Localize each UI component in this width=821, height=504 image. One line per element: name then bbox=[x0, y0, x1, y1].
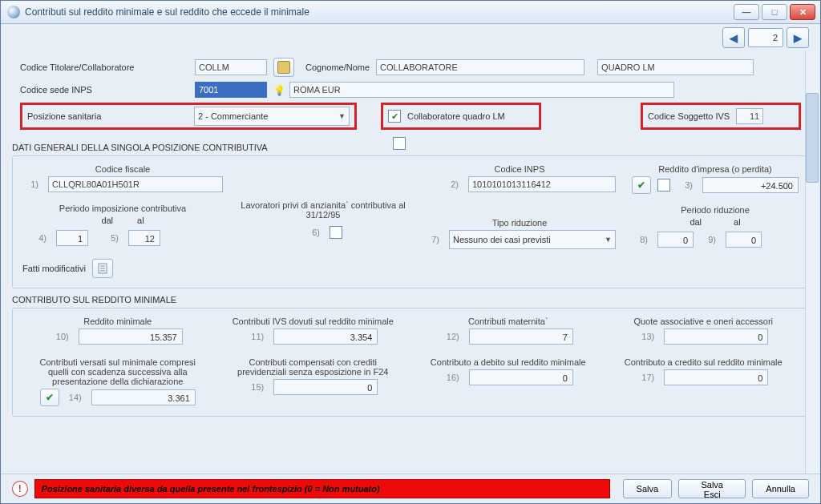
riduzione-al-value[interactable]: 0 bbox=[726, 232, 762, 248]
label-contributi-compensati: Contributi compensati con crediti previd… bbox=[233, 357, 393, 377]
reddito-flag-checkbox[interactable] bbox=[657, 179, 670, 192]
num-10: 10) bbox=[53, 332, 69, 341]
hint-icon: 💡 bbox=[273, 85, 283, 95]
value-12[interactable]: 7 bbox=[469, 329, 573, 345]
codice-fiscale-input[interactable] bbox=[48, 176, 223, 192]
collaboratore-lm-box: ✔ Collaboratore quadro LM bbox=[381, 103, 541, 130]
content-area: Codice Titolare/Collaboratore Cognome/No… bbox=[1, 51, 820, 474]
chevron-down-icon: ▼ bbox=[605, 236, 612, 244]
posizione-sanitaria-box: Posizione sanitaria 2 - Commerciante ▼ bbox=[20, 103, 357, 130]
label-periodo-riduzione: Periodo riduzione bbox=[632, 205, 799, 215]
num-5: 5) bbox=[95, 233, 119, 243]
value-17[interactable]: 0 bbox=[664, 369, 768, 385]
error-icon: ! bbox=[12, 481, 28, 497]
label-quote-associative: Quote associative e oneri accessori bbox=[633, 317, 773, 326]
label-contributo-debito: Contributo a debito sul reddito minimale bbox=[431, 357, 586, 367]
window-title: Contributi sul reddito minimale e sul re… bbox=[25, 6, 734, 18]
value-10[interactable]: 15.357 bbox=[79, 329, 183, 345]
pager-bar: ◀ 2 ▶ bbox=[1, 24, 820, 51]
quadro-input[interactable] bbox=[597, 59, 754, 75]
collaboratore-lm-checkbox[interactable]: ✔ bbox=[388, 110, 401, 123]
num-16: 16) bbox=[443, 373, 459, 382]
label-lavoratori-privi: Lavoratori privi di anzianita` contribut… bbox=[239, 200, 407, 220]
reddito-check-button[interactable]: ✔ bbox=[632, 176, 651, 194]
page-number-field[interactable]: 2 bbox=[748, 28, 783, 47]
tipo-riduzione-dropdown[interactable]: Nessuno dei casi previsti ▼ bbox=[449, 230, 616, 249]
label-tipo-riduzione: Tipo riduzione bbox=[423, 218, 616, 228]
label-contributi-maternita: Contributi maternita` bbox=[468, 317, 548, 326]
field14-check-button[interactable]: ✔ bbox=[40, 389, 59, 406]
fatti-modificativi-button[interactable] bbox=[92, 259, 113, 278]
codice-inps-input[interactable] bbox=[468, 176, 616, 192]
num-12: 12) bbox=[443, 332, 459, 341]
annulla-button[interactable]: Annulla bbox=[752, 479, 809, 498]
value-11[interactable]: 3.354 bbox=[273, 329, 378, 345]
num-11: 11) bbox=[248, 332, 264, 341]
error-message: Posizione sanitaria diversa da quella pr… bbox=[34, 479, 610, 498]
lookup-titolare-button[interactable] bbox=[273, 58, 294, 77]
label-reddito-impresa: Reddito d'impresa (o perdita) bbox=[632, 164, 799, 174]
value-13[interactable]: 0 bbox=[664, 329, 768, 345]
num-13: 13) bbox=[638, 332, 654, 341]
label-contributo-credito: Contributo a credito sul reddito minimal… bbox=[625, 357, 783, 367]
num-14: 14) bbox=[66, 393, 82, 402]
chevron-down-icon: ▼ bbox=[338, 112, 346, 120]
pos-sanitaria-dropdown[interactable]: 2 - Commerciante ▼ bbox=[194, 107, 350, 126]
label-contributi-versati: Contributi versati sul minimale compresi… bbox=[38, 357, 198, 386]
periodo-dal-value[interactable]: 1 bbox=[56, 230, 88, 246]
next-page-button[interactable]: ▶ bbox=[787, 27, 809, 48]
num-1: 1) bbox=[22, 179, 38, 189]
codice-inps-flag-checkbox[interactable] bbox=[393, 137, 406, 150]
label-al: al bbox=[137, 216, 144, 225]
section-title-minimale: CONTRIBUTO SUL REDDITO MINIMALE bbox=[12, 295, 809, 304]
value-14[interactable]: 3.361 bbox=[91, 389, 196, 405]
num-2: 2) bbox=[443, 179, 459, 189]
app-icon bbox=[7, 6, 20, 18]
label-contributi-ivs: Contributi IVS dovuti sul reddito minima… bbox=[233, 317, 394, 326]
num-8: 8) bbox=[632, 235, 648, 244]
riduzione-dal-value[interactable]: 0 bbox=[657, 232, 694, 248]
num-17: 17) bbox=[638, 373, 654, 382]
salva-esci-button[interactable]: Salva Esci bbox=[678, 479, 746, 498]
num-3: 3) bbox=[677, 180, 693, 190]
label-pos-sanitaria: Posizione sanitaria bbox=[27, 111, 188, 121]
codice-titolare-input[interactable] bbox=[195, 59, 267, 75]
maximize-button[interactable]: □ bbox=[762, 4, 787, 20]
value-15[interactable]: 0 bbox=[273, 379, 378, 395]
label-collaboratore-lm: Collaboratore quadro LM bbox=[407, 111, 505, 121]
group-dati-generali: Codice fiscale 1) Codice INPS 2) bbox=[12, 155, 809, 288]
codice-ivs-input[interactable] bbox=[736, 108, 763, 124]
num-4: 4) bbox=[22, 233, 47, 243]
label-codice-titolare: Codice Titolare/Collaboratore bbox=[20, 62, 188, 72]
reddito-value[interactable]: +24.500 bbox=[702, 177, 799, 193]
label-codice-ivs: Codice Soggetto IVS bbox=[648, 111, 730, 121]
label-codice-sede: Codice sede INPS bbox=[20, 85, 188, 95]
label-reddito-minimale: Reddito minimale bbox=[83, 317, 152, 326]
sede-descr-input[interactable] bbox=[289, 82, 674, 98]
label-periodo-imposizione: Periodo imposizione contributiva bbox=[22, 204, 223, 213]
document-icon bbox=[98, 263, 107, 274]
codice-sede-input[interactable] bbox=[195, 82, 267, 98]
footer-bar: ! Posizione sanitaria diversa da quella … bbox=[1, 474, 820, 503]
label-rid-dal: dal bbox=[690, 217, 702, 227]
scrollbar-thumb[interactable] bbox=[806, 93, 819, 183]
close-button[interactable]: ✕ bbox=[790, 4, 815, 20]
minimize-button[interactable]: — bbox=[734, 4, 759, 20]
title-bar: Contributi sul reddito minimale e sul re… bbox=[1, 1, 820, 24]
num-6: 6) bbox=[304, 228, 320, 237]
pos-sanitaria-value: 2 - Commerciante bbox=[198, 111, 268, 121]
salva-button[interactable]: Salva bbox=[623, 479, 673, 498]
label-fatti-modificativi: Fatti modificativi bbox=[22, 264, 86, 273]
num-7: 7) bbox=[423, 235, 439, 244]
prev-page-button[interactable]: ◀ bbox=[722, 27, 745, 48]
label-dal: dal bbox=[101, 216, 113, 225]
value-16[interactable]: 0 bbox=[469, 369, 573, 385]
num-15: 15) bbox=[248, 382, 264, 392]
num-9: 9) bbox=[700, 235, 716, 244]
lavoratori-checkbox[interactable] bbox=[330, 226, 342, 239]
tipo-riduzione-value: Nessuno dei casi previsti bbox=[453, 235, 551, 244]
periodo-al-value[interactable]: 12 bbox=[128, 230, 160, 246]
cognome-input[interactable] bbox=[376, 59, 584, 75]
label-cognome: Cognome/Nome bbox=[305, 62, 370, 72]
label-codice-inps: Codice INPS bbox=[423, 164, 616, 174]
